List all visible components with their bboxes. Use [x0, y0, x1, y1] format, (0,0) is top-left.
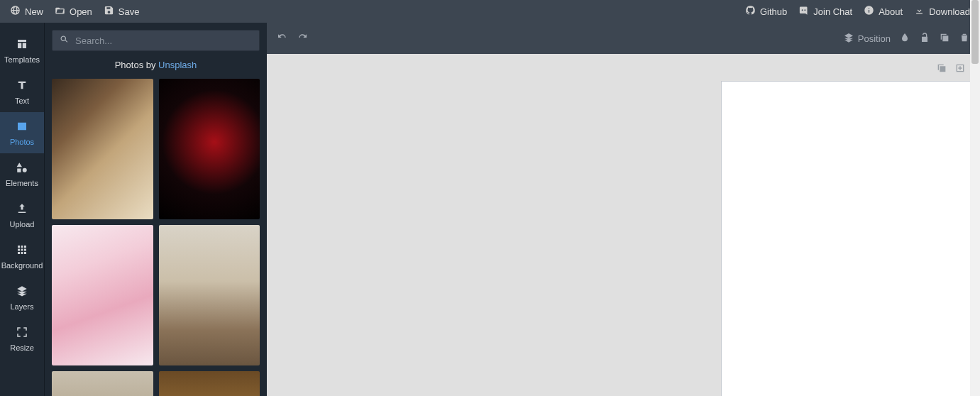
sidebar-item-upload[interactable]: Upload: [0, 194, 44, 236]
sidebar-item-label: Elements: [6, 179, 38, 187]
sidebar-item-templates[interactable]: Templates: [0, 30, 44, 71]
upload-icon: [16, 202, 28, 216]
sidebar-item-label: Text: [15, 97, 29, 105]
new-button[interactable]: New: [10, 5, 43, 18]
open-button[interactable]: Open: [55, 5, 92, 18]
chat-label: Join Chat: [813, 6, 852, 17]
image-icon: [16, 120, 28, 134]
delete-button[interactable]: [959, 32, 970, 45]
position-button[interactable]: Position: [843, 32, 891, 45]
browser-scrollbar[interactable]: [970, 0, 980, 396]
search-icon: [59, 34, 70, 47]
sidebar-item-text[interactable]: Text: [0, 71, 44, 112]
photo-thumb[interactable]: [52, 371, 153, 396]
opacity-button[interactable]: [899, 32, 910, 45]
sidebar-item-layers[interactable]: Layers: [0, 277, 44, 318]
about-link[interactable]: About: [864, 5, 903, 18]
canvas-toolbar: Position: [267, 23, 980, 54]
save-label: Save: [119, 6, 140, 17]
photo-thumb[interactable]: [52, 79, 153, 219]
sidebar-item-label: Photos: [10, 138, 34, 146]
undo-button[interactable]: [277, 32, 288, 45]
download-button[interactable]: Download: [914, 5, 970, 18]
attribution: Photos by Unsplash: [45, 55, 267, 79]
unlock-icon: [919, 32, 930, 45]
photo-thumb[interactable]: [159, 225, 260, 365]
join-chat-link[interactable]: Join Chat: [798, 5, 852, 18]
left-rail: Templates Text Photos Elements Upload Ba…: [0, 23, 44, 396]
photo-thumb[interactable]: [159, 371, 260, 396]
info-icon: [864, 5, 874, 18]
download-icon: [914, 5, 925, 18]
photos-scroll[interactable]: [45, 79, 267, 396]
lock-button[interactable]: [919, 32, 930, 45]
shapes-icon: [16, 161, 28, 175]
folder-open-icon: [55, 5, 65, 18]
save-button[interactable]: Save: [104, 5, 140, 18]
duplicate-page-button[interactable]: [936, 62, 947, 76]
sidebar-item-photos[interactable]: Photos: [0, 112, 44, 153]
sidebar-item-label: Upload: [10, 220, 35, 229]
page-1[interactable]: [721, 81, 980, 396]
copy-icon: [939, 32, 950, 45]
trash-icon: [959, 32, 970, 45]
sidebar-item-label: Resize: [10, 343, 34, 352]
layers-icon: [843, 32, 854, 45]
undo-icon: [277, 32, 288, 45]
sidebar-item-elements[interactable]: Elements: [0, 153, 44, 194]
template-icon: [16, 38, 28, 52]
sidebar-item-label: Layers: [10, 302, 33, 311]
github-icon: [745, 5, 756, 18]
drop-icon: [899, 32, 910, 45]
redo-button[interactable]: [297, 32, 308, 45]
duplicate-button[interactable]: [939, 32, 950, 45]
topbar: New Open Save Github Join Chat Abou: [0, 0, 980, 23]
search-box: [52, 30, 260, 51]
photo-thumb[interactable]: [52, 225, 153, 365]
resize-icon: [16, 326, 28, 340]
grid-icon: [16, 243, 28, 258]
photos-panel: Photos by Unsplash: [44, 23, 267, 396]
discord-icon: [798, 5, 809, 18]
search-input[interactable]: [75, 35, 253, 46]
about-label: About: [879, 6, 903, 17]
position-label: Position: [858, 33, 891, 44]
open-label: Open: [70, 6, 92, 17]
sidebar-item-resize[interactable]: Resize: [0, 318, 44, 359]
github-label: Github: [760, 6, 787, 17]
attribution-link[interactable]: Unsplash: [158, 60, 197, 70]
sidebar-item-background[interactable]: Background: [0, 236, 44, 277]
add-page-button[interactable]: [954, 62, 966, 76]
canvas-viewport[interactable]: [267, 54, 980, 396]
floppy-icon: [104, 5, 114, 18]
new-label: New: [25, 6, 43, 17]
sidebar-item-label: Background: [1, 261, 43, 270]
canvas-area: Position: [267, 23, 980, 396]
attribution-prefix: Photos by: [115, 60, 158, 70]
redo-icon: [297, 32, 308, 45]
sidebar-item-label: Templates: [4, 55, 40, 64]
photo-thumb[interactable]: [159, 79, 260, 219]
globe-icon: [10, 5, 21, 18]
layers-icon: [16, 285, 28, 299]
github-link[interactable]: Github: [745, 5, 787, 18]
text-icon: [16, 79, 28, 93]
download-label: Download: [929, 6, 970, 17]
